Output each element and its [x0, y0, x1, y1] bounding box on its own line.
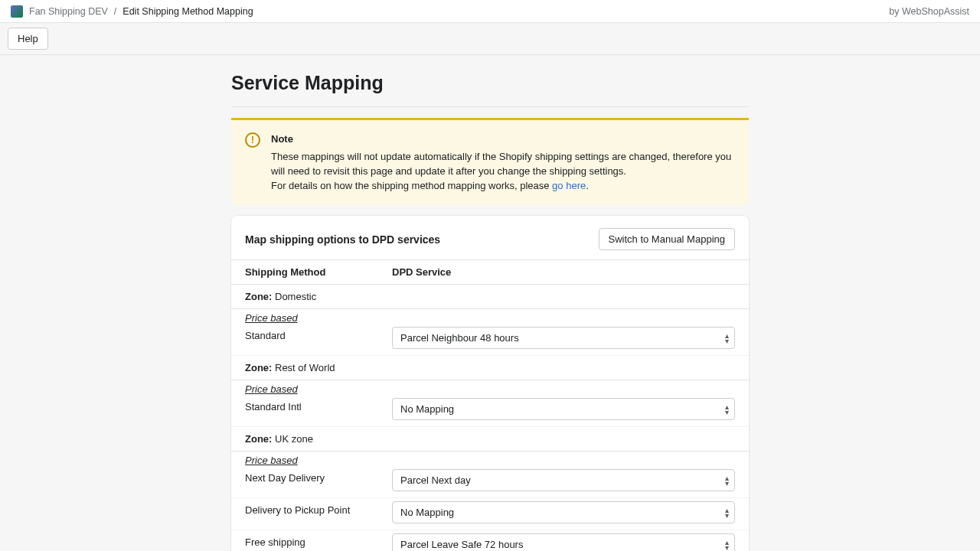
col-header-method: Shipping Method — [245, 266, 392, 278]
table-row: StandardParcel Neighbour 48 hours▴▾ — [231, 324, 749, 356]
note-line-1: These mappings will not update automatic… — [271, 150, 735, 179]
shipping-method-name: Standard Intl — [245, 398, 392, 412]
breadcrumb: Edit Shipping Method Mapping — [122, 6, 253, 17]
mapping-table: Shipping Method DPD Service Zone: Domest… — [231, 259, 749, 551]
title-divider — [231, 106, 749, 107]
col-header-service: DPD Service — [392, 266, 735, 278]
top-bar: Fan Shipping DEV / Edit Shipping Method … — [0, 0, 980, 23]
zone-name: UK zone — [272, 433, 312, 445]
warning-icon: ! — [245, 132, 260, 148]
card-heading: Map shipping options to DPD services — [245, 233, 440, 246]
note-docs-link[interactable]: go here — [552, 180, 586, 191]
chevron-updown-icon: ▴▾ — [725, 507, 729, 518]
rate-type-label: Price based — [231, 309, 749, 324]
rate-type-label: Price based — [231, 452, 749, 466]
note-line-2-prefix: For details on how the shipping method m… — [271, 180, 552, 191]
note-title: Note — [271, 132, 735, 147]
table-row: Free shippingParcel Leave Safe 72 hours▴… — [231, 530, 749, 551]
zone-label: Zone: — [245, 433, 272, 445]
shipping-method-name: Delivery to Pickup Point — [245, 501, 392, 516]
chevron-updown-icon: ▴▾ — [725, 404, 729, 415]
zone-header: Zone: UK zone — [231, 427, 749, 452]
page-title: Service Mapping — [231, 72, 749, 94]
zone-header: Zone: Rest of World — [231, 356, 749, 380]
toolbar: Help — [0, 23, 980, 55]
rate-type-label: Price based — [231, 380, 749, 395]
breadcrumb-separator: / — [114, 6, 116, 17]
vendor-label: by WebShopAssist — [889, 6, 969, 17]
table-row: Next Day DeliveryParcel Next day▴▾ — [231, 466, 749, 498]
service-select[interactable]: No Mapping — [392, 501, 735, 523]
table-row: Delivery to Pickup PointNo Mapping▴▾ — [231, 498, 749, 530]
zone-label: Zone: — [245, 291, 272, 302]
mapping-table-body: Zone: DomesticPrice basedStandardParcel … — [231, 285, 749, 551]
switch-mapping-button[interactable]: Switch to Manual Mapping — [599, 228, 735, 250]
shipping-method-name: Free shipping — [245, 533, 392, 548]
note-banner: ! Note These mappings will not update au… — [231, 118, 749, 205]
app-logo-icon — [11, 5, 23, 18]
service-select[interactable]: Parcel Leave Safe 72 hours — [392, 533, 735, 551]
page-content: Service Mapping ! Note These mappings wi… — [231, 55, 749, 551]
service-select[interactable]: Parcel Next day — [392, 469, 735, 491]
table-row: Standard IntlNo Mapping▴▾ — [231, 395, 749, 427]
shipping-method-name: Standard — [245, 327, 392, 341]
app-name[interactable]: Fan Shipping DEV — [29, 6, 108, 17]
zone-label: Zone: — [245, 362, 272, 373]
zone-name: Domestic — [272, 291, 316, 302]
chevron-updown-icon: ▴▾ — [725, 333, 729, 344]
zone-name: Rest of World — [272, 362, 335, 373]
mapping-card: Map shipping options to DPD services Swi… — [231, 216, 749, 551]
note-line-2-suffix: . — [586, 180, 589, 191]
chevron-updown-icon: ▴▾ — [725, 540, 729, 550]
service-select[interactable]: No Mapping — [392, 398, 735, 420]
shipping-method-name: Next Day Delivery — [245, 469, 392, 484]
zone-header: Zone: Domestic — [231, 285, 749, 309]
help-button[interactable]: Help — [8, 28, 48, 50]
service-select[interactable]: Parcel Neighbour 48 hours — [392, 327, 735, 349]
chevron-updown-icon: ▴▾ — [725, 475, 729, 486]
